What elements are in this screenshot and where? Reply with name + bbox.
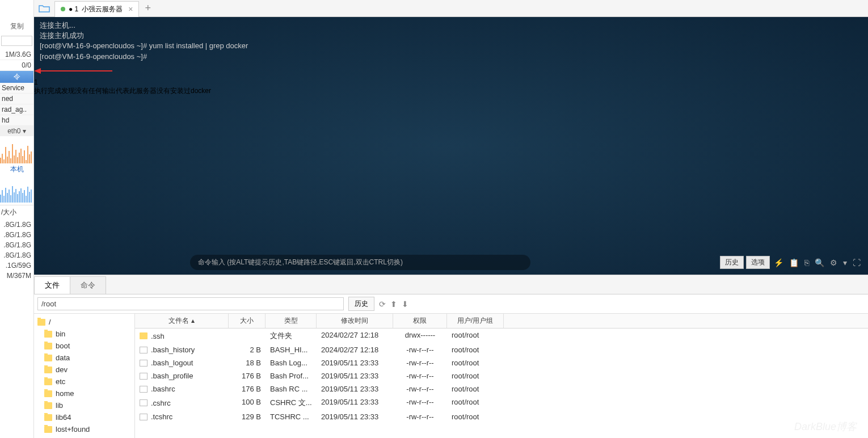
left-sidebar: 复制 1M/3.6G 0/0 令 Service ned rad_ag.. hd…: [0, 0, 34, 438]
options-button[interactable]: 选项: [746, 256, 770, 269]
tree-item[interactable]: data: [34, 352, 134, 364]
file-row[interactable]: .bashrc176 BBash RC ...2019/05/11 23:33-…: [135, 382, 868, 395]
file-row[interactable]: .bash_profile176 BBash Prof...2019/05/11…: [135, 369, 868, 382]
folder-icon: [44, 378, 52, 385]
upload-icon[interactable]: ⬆: [390, 300, 397, 309]
file-icon: [140, 373, 148, 380]
folder-icon: [140, 332, 148, 339]
tree-item[interactable]: bin: [34, 328, 134, 340]
fullscreen-icon[interactable]: ⛶: [851, 258, 862, 267]
disk-row: .8G/1.8G: [0, 230, 33, 240]
history-button[interactable]: 历史: [720, 256, 744, 269]
svg-marker-1: [34, 68, 41, 74]
col-perm[interactable]: 权限: [393, 314, 447, 328]
tree-item[interactable]: lib64: [34, 411, 134, 423]
folder-icon: [44, 414, 52, 421]
path-history-button[interactable]: 历史: [348, 297, 374, 311]
file-row[interactable]: .cshrc100 BCSHRC 文...2019/05/11 23:33-rw…: [135, 395, 868, 410]
folder-icon: [44, 402, 52, 409]
net-label[interactable]: eth0 ▾: [0, 126, 33, 136]
file-row[interactable]: .ssh文件夹2024/02/27 12:18drwx------root/ro…: [135, 328, 868, 343]
tab-prefix: ● 1: [69, 5, 78, 13]
stat-swap: 0/0: [0, 60, 33, 71]
col-user[interactable]: 用户/用户组: [447, 314, 504, 328]
terminal-line: [root@VM-16-9-opencloudos ~]#: [40, 52, 862, 62]
copy-label[interactable]: 复制: [0, 17, 33, 35]
tree-item[interactable]: boot: [34, 340, 134, 352]
refresh-icon[interactable]: ⟳: [379, 300, 386, 309]
tab-title: 小强云服务器: [82, 5, 123, 14]
disk-header: /大小: [0, 205, 33, 220]
proc-item[interactable]: rad_ag..: [0, 104, 33, 115]
expand-icon[interactable]: ▾: [841, 258, 849, 267]
file-icon: [140, 386, 148, 393]
clipboard-icon[interactable]: 📋: [787, 258, 800, 267]
proc-item[interactable]: Service: [0, 83, 33, 94]
folder-icon: [44, 426, 52, 433]
tab-file[interactable]: 文件: [34, 276, 70, 294]
disk-row: .8G/1.8G: [0, 250, 33, 260]
col-size[interactable]: 大小: [229, 314, 266, 328]
terminal-line: 连接主机...: [40, 20, 862, 31]
col-type[interactable]: 类型: [266, 314, 317, 328]
tree-item[interactable]: home: [34, 388, 134, 399]
disk-row: M/367M: [0, 271, 33, 281]
disk-row: .8G/1.8G: [0, 220, 33, 230]
self-label[interactable]: 本机: [0, 163, 33, 175]
stat-mem: 1M/3.6G: [0, 49, 33, 60]
tree-item[interactable]: lib: [34, 399, 134, 411]
disk-row: .1G/59G: [0, 260, 33, 271]
file-row[interactable]: .bash_history2 BBASH_HI...2024/02/27 12:…: [135, 343, 868, 356]
file-row[interactable]: .bash_logout18 BBash Log...2019/05/11 23…: [135, 356, 868, 369]
command-input[interactable]: 命令输入 (按ALT键提示历史,TAB键路径,ESC键返回,双击CTRL切换): [190, 255, 530, 270]
status-dot-icon: [61, 7, 65, 11]
cmd-header: 令: [0, 71, 33, 83]
path-bar: 历史 ⟳ ⬆ ⬇: [34, 294, 868, 314]
proc-item[interactable]: hd: [0, 115, 33, 126]
file-list: 文件名 ▴ 大小 类型 修改时间 权限 用户/用户组 .ssh文件夹2024/0…: [135, 314, 868, 438]
tree-item[interactable]: lost+found: [34, 423, 134, 435]
file-icon: [140, 347, 148, 353]
add-tab-button[interactable]: +: [139, 2, 157, 14]
file-icon: [140, 399, 148, 406]
tree-item[interactable]: dev: [34, 364, 134, 376]
file-icon: [140, 360, 148, 367]
gear-icon[interactable]: ⚙: [828, 258, 839, 267]
annotation-note: 执行完成发现没有任何输出代表此服务器没有安装过docker: [34, 86, 868, 96]
folder-icon: [37, 319, 45, 326]
terminal-line: 连接主机成功: [40, 31, 862, 41]
close-icon[interactable]: ×: [128, 5, 133, 14]
search-icon[interactable]: 🔍: [813, 258, 826, 267]
open-folder-icon[interactable]: [37, 3, 51, 14]
folder-icon: [44, 355, 52, 361]
folder-icon: [44, 331, 52, 338]
path-input[interactable]: [37, 297, 344, 310]
annotation-badge: 1: [34, 78, 868, 86]
tree-root[interactable]: /: [34, 316, 134, 328]
copy-icon[interactable]: ⎘: [803, 258, 811, 267]
col-name[interactable]: 文件名 ▴: [135, 314, 229, 328]
self-graph: [0, 175, 33, 203]
disk-row: .8G/1.8G: [0, 240, 33, 250]
lower-panel: 文件 命令 历史 ⟳ ⬆ ⬇ / binbootdatadevetchomeli…: [34, 275, 868, 438]
file-icon: [140, 414, 148, 420]
terminal-line: [root@VM-16-9-opencloudos ~]# yum list i…: [40, 41, 862, 51]
tab-cmd[interactable]: 命令: [70, 276, 106, 294]
download-icon[interactable]: ⬇: [402, 300, 408, 309]
folder-icon: [44, 390, 52, 397]
folder-tree: / binbootdatadevetchomeliblib64lost+foun…: [34, 314, 135, 438]
tab-bar: ● 1 小强云服务器 × +: [34, 0, 868, 17]
lower-tabs: 文件 命令: [34, 275, 868, 294]
terminal-bottom-bar: 命令输入 (按ALT键提示历史,TAB键路径,ESC键返回,双击CTRL切换) …: [34, 255, 868, 270]
tab-server[interactable]: ● 1 小强云服务器 ×: [54, 1, 139, 17]
folder-icon: [44, 367, 52, 373]
terminal[interactable]: 连接主机... 连接主机成功 [root@VM-16-9-opencloudos…: [34, 17, 868, 275]
bolt-icon[interactable]: ⚡: [772, 258, 785, 267]
arrow-icon: [34, 65, 113, 77]
folder-icon: [44, 343, 52, 349]
proc-item[interactable]: ned: [0, 94, 33, 104]
tree-item[interactable]: etc: [34, 376, 134, 388]
col-date[interactable]: 修改时间: [317, 314, 393, 328]
file-row[interactable]: .tcshrc129 BTCSHRC ...2019/05/11 23:33-r…: [135, 410, 868, 423]
file-list-header: 文件名 ▴ 大小 类型 修改时间 权限 用户/用户组: [135, 314, 868, 328]
